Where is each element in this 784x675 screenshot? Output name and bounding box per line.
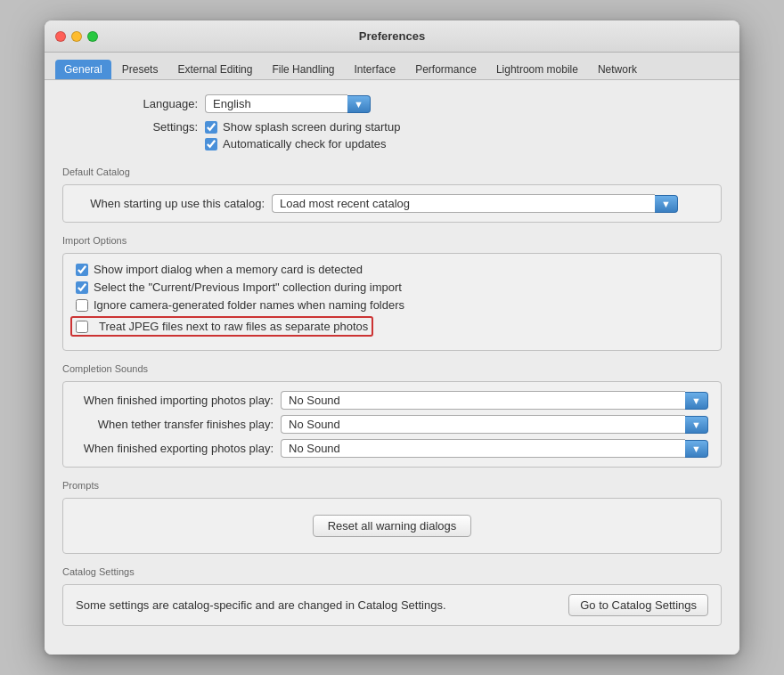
- import-checkbox-1[interactable]: [76, 281, 88, 294]
- settings-label: Settings:: [62, 120, 205, 134]
- import-options-box: Show import dialog when a memory card is…: [62, 253, 722, 351]
- show-splash-label: Show splash screen during startup: [223, 120, 400, 134]
- import-checkbox-0[interactable]: [76, 264, 88, 276]
- sound-row-0: When finished importing photos play: No …: [76, 391, 708, 410]
- content-area: Language: English Deutsch Español França…: [45, 80, 739, 655]
- language-select[interactable]: English Deutsch Español Français 日本語: [205, 94, 347, 113]
- prompts-box: Reset all warning dialogs: [62, 498, 722, 554]
- sound-select-1[interactable]: No Sound: [281, 415, 685, 434]
- prompts-content: Reset all warning dialogs: [76, 508, 708, 544]
- go-to-catalog-settings-button[interactable]: Go to Catalog Settings: [568, 594, 708, 616]
- tab-performance[interactable]: Performance: [406, 60, 486, 79]
- sound-row-2: When finished exporting photos play: No …: [76, 439, 708, 458]
- import-label-1: Select the "Current/Previous Import" col…: [94, 281, 402, 294]
- sound-select-0[interactable]: No Sound: [281, 391, 685, 410]
- import-label-3: Treat JPEG files next to raw files as se…: [99, 320, 368, 333]
- default-catalog-header: Default Catalog: [62, 167, 722, 177]
- import-option-0: Show import dialog when a memory card is…: [76, 263, 708, 276]
- completion-sounds-header: Completion Sounds: [62, 363, 722, 374]
- window-title: Preferences: [359, 29, 425, 43]
- show-splash-checkbox[interactable]: [205, 121, 217, 134]
- auto-check-row: Automatically check for updates: [205, 137, 400, 150]
- sound-arrow-2[interactable]: ▼: [685, 440, 708, 458]
- default-catalog-box: When starting up use this catalog: Load …: [62, 184, 722, 223]
- tab-network[interactable]: Network: [589, 60, 646, 79]
- catalog-row-label: When starting up use this catalog:: [76, 197, 272, 210]
- language-label: Language:: [62, 97, 205, 110]
- auto-check-label: Automatically check for updates: [223, 137, 387, 150]
- tab-general[interactable]: General: [55, 60, 111, 79]
- sound-select-wrapper-0: No Sound ▼: [281, 391, 708, 410]
- sound-label-2: When finished exporting photos play:: [76, 442, 281, 455]
- sound-arrow-0[interactable]: ▼: [685, 392, 708, 410]
- auto-check-checkbox[interactable]: [205, 138, 217, 150]
- settings-checkboxes: Show splash screen during startup Automa…: [205, 120, 400, 154]
- sound-select-2[interactable]: No Sound: [281, 439, 685, 458]
- tab-file-handling[interactable]: File Handling: [263, 60, 343, 79]
- tab-lightroom-mobile[interactable]: Lightroom mobile: [487, 60, 587, 79]
- preferences-window: Preferences General Presets External Edi…: [45, 20, 739, 655]
- reset-warning-dialogs-button[interactable]: Reset all warning dialogs: [313, 515, 472, 537]
- show-splash-row: Show splash screen during startup: [205, 120, 400, 134]
- sound-label-1: When tether transfer finishes play:: [76, 418, 281, 431]
- catalog-settings-header: Catalog Settings: [62, 566, 722, 577]
- catalog-select-wrapper: Load most recent catalog Prompt me when …: [272, 194, 678, 213]
- sound-select-wrapper-1: No Sound ▼: [281, 415, 708, 434]
- sound-label-0: When finished importing photos play:: [76, 394, 281, 407]
- import-label-2: Ignore camera-generated folder names whe…: [94, 298, 404, 312]
- import-option-1: Select the "Current/Previous Import" col…: [76, 281, 708, 294]
- tab-external-editing[interactable]: External Editing: [168, 60, 261, 79]
- settings-row: Settings: Show splash screen during star…: [62, 120, 722, 154]
- sound-row-1: When tether transfer finishes play: No S…: [76, 415, 708, 434]
- catalog-settings-content: Some settings are catalog-specific and a…: [76, 594, 708, 616]
- traffic-lights: [55, 31, 98, 42]
- prompts-header: Prompts: [62, 480, 722, 491]
- import-checkbox-2[interactable]: [76, 299, 88, 312]
- catalog-settings-description: Some settings are catalog-specific and a…: [76, 598, 446, 612]
- tab-interface[interactable]: Interface: [345, 60, 404, 79]
- catalog-arrow-button[interactable]: ▼: [655, 195, 678, 213]
- import-option-2: Ignore camera-generated folder names whe…: [76, 298, 708, 312]
- import-checkbox-3[interactable]: [76, 321, 88, 333]
- language-arrow-button[interactable]: ▼: [347, 95, 371, 113]
- titlebar: Preferences: [45, 20, 739, 53]
- highlighted-checkbox-row: Treat JPEG files next to raw files as se…: [70, 316, 373, 337]
- tab-presets[interactable]: Presets: [113, 60, 167, 79]
- catalog-settings-box: Some settings are catalog-specific and a…: [62, 584, 722, 626]
- import-options-header: Import Options: [62, 235, 722, 246]
- completion-sounds-box: When finished importing photos play: No …: [62, 381, 722, 468]
- import-option-3: Treat JPEG files next to raw files as se…: [76, 316, 708, 337]
- catalog-row: When starting up use this catalog: Load …: [76, 194, 708, 213]
- tabs-bar: General Presets External Editing File Ha…: [45, 53, 739, 80]
- catalog-select[interactable]: Load most recent catalog Prompt me when …: [272, 194, 655, 213]
- sound-arrow-1[interactable]: ▼: [685, 416, 708, 434]
- close-button[interactable]: [55, 31, 66, 42]
- import-label-0: Show import dialog when a memory card is…: [94, 263, 363, 276]
- language-select-wrapper: English Deutsch Español Français 日本語 ▼: [205, 94, 371, 113]
- minimize-button[interactable]: [71, 31, 82, 42]
- sound-select-wrapper-2: No Sound ▼: [281, 439, 708, 458]
- maximize-button[interactable]: [87, 31, 98, 42]
- language-row: Language: English Deutsch Español França…: [62, 94, 722, 113]
